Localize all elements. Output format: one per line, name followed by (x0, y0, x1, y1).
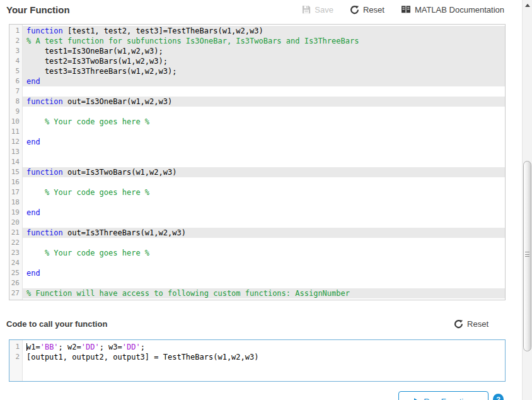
code-line[interactable]: 11 (9, 127, 505, 137)
code-text (23, 362, 505, 372)
code-line[interactable]: 21function out=Is3ThreeBars(w1,w2,w3) (9, 228, 505, 238)
code-line[interactable]: 16 (9, 177, 505, 187)
line-number: 14 (9, 157, 23, 167)
line-number: 5 (9, 66, 23, 76)
code-line[interactable]: 22 (9, 238, 505, 248)
code-line[interactable]: 19end (9, 208, 505, 218)
code-line[interactable]: 25end (9, 268, 505, 278)
page-scrollbar[interactable] (522, 0, 532, 400)
help-icon[interactable]: ? (493, 394, 504, 400)
code-line[interactable]: 3 test1=Is3OneBar(w1,w2,w3); (9, 46, 505, 56)
call-code-editor[interactable]: 1w1='BB'; w2='DD'; w3='DD';2[output1, ou… (9, 339, 506, 382)
code-text: % Your code goes here % (23, 187, 505, 197)
call-reset-button[interactable]: Reset (454, 319, 489, 329)
reset-button-label: Reset (363, 5, 385, 15)
code-line[interactable]: 6end (9, 76, 505, 86)
code-text (23, 147, 505, 157)
code-line[interactable]: 14 (9, 157, 505, 167)
code-line[interactable]: 9 (9, 107, 505, 117)
code-text (23, 238, 505, 248)
code-text: [output1, output2, output3] = TestTheBar… (23, 352, 505, 362)
page-title: Your Function (6, 4, 70, 15)
code-text: % Your code goes here % (23, 117, 505, 127)
code-line[interactable]: 17 % Your code goes here % (9, 187, 505, 197)
code-text: test2=Is3TwoBars(w1,w2,w3); (23, 56, 505, 66)
line-number: 8 (9, 97, 23, 107)
scrollbar-up-arrow-icon[interactable] (523, 0, 532, 10)
code-line[interactable]: 1w1='BB'; w2='DD'; w3='DD'; (9, 342, 505, 352)
code-text (23, 107, 505, 117)
code-text: end (23, 137, 505, 147)
line-number: 1 (9, 26, 23, 36)
line-number: 10 (9, 117, 23, 127)
code-line[interactable] (9, 372, 505, 382)
line-number: 9 (9, 107, 23, 117)
line-number: 26 (9, 278, 23, 288)
code-line[interactable]: 8function out=Is3OneBar(w1,w2,w3) (9, 97, 505, 107)
line-number: 24 (9, 258, 23, 268)
save-button[interactable]: Save (302, 5, 333, 15)
code-line[interactable]: 5 test3=Is3ThreeBars(w1,w2,w3); (9, 66, 505, 76)
line-number: 2 (9, 352, 23, 362)
call-reset-label: Reset (467, 319, 489, 329)
code-text: end (23, 76, 505, 86)
line-number: 7 (9, 86, 23, 97)
reset-icon (454, 319, 463, 329)
code-text (23, 278, 505, 288)
call-section-header: Code to call your function Reset (6, 317, 489, 331)
code-text: w1='BB'; w2='DD'; w3='DD'; (23, 342, 505, 352)
line-number: 27 (9, 288, 23, 298)
code-line[interactable]: 20 (9, 218, 505, 228)
code-text (23, 177, 505, 187)
code-line[interactable]: 23 % Your code goes here % (9, 248, 505, 258)
run-function-button[interactable]: Run Function (398, 391, 489, 400)
code-text: test3=Is3ThreeBars(w1,w2,w3); (23, 66, 505, 76)
code-text (23, 197, 505, 208)
code-text (23, 86, 505, 97)
scrollbar-thumb[interactable] (523, 161, 531, 351)
line-number: 3 (9, 46, 23, 56)
line-number: 4 (9, 56, 23, 66)
code-line[interactable]: 13 (9, 147, 505, 157)
code-line[interactable]: 18 (9, 197, 505, 208)
code-line[interactable]: 15function out=Is3TwoBars(w1,w2,w3) (9, 167, 505, 177)
code-line[interactable]: 2[output1, output2, output3] = TestTheBa… (9, 352, 505, 362)
code-line[interactable]: 7 (9, 86, 505, 97)
code-text: % Function will have access to following… (23, 288, 505, 298)
line-number: 16 (9, 177, 23, 187)
matlab-documentation-button[interactable]: MATLAB Documentation (401, 5, 504, 15)
line-number (9, 372, 23, 382)
code-text (23, 218, 505, 228)
line-number: 6 (9, 76, 23, 86)
line-number: 21 (9, 228, 23, 238)
code-line[interactable]: 24 (9, 258, 505, 268)
code-line[interactable]: 4 test2=Is3TwoBars(w1,w2,w3); (9, 56, 505, 66)
line-number: 22 (9, 238, 23, 248)
code-text (23, 258, 505, 268)
line-number: 13 (9, 147, 23, 157)
save-icon (302, 5, 311, 14)
code-line[interactable]: 12end (9, 137, 505, 147)
line-number: 15 (9, 167, 23, 177)
line-number: 17 (9, 187, 23, 197)
line-number: 25 (9, 268, 23, 278)
reset-button[interactable]: Reset (350, 5, 385, 15)
code-text: end (23, 208, 505, 218)
function-editor[interactable]: 1function [test1, test2, test3]=TestTheB… (9, 24, 506, 300)
code-line[interactable]: 1function [test1, test2, test3]=TestTheB… (9, 26, 505, 36)
line-number: 23 (9, 248, 23, 258)
code-line[interactable]: 2% A test function for subfunctions Is3O… (9, 36, 505, 46)
toolbar: Save Reset (302, 5, 504, 15)
code-line[interactable] (9, 362, 505, 372)
save-button-label: Save (315, 5, 333, 15)
code-line[interactable]: 10 % Your code goes here % (9, 117, 505, 127)
code-line[interactable]: 27% Function will have access to followi… (9, 288, 505, 298)
code-text: function out=Is3OneBar(w1,w2,w3) (23, 97, 505, 107)
code-text (23, 372, 505, 382)
code-text (23, 157, 505, 167)
code-line[interactable]: 26 (9, 278, 505, 288)
code-text: % A test function for subfunctions Is3On… (23, 36, 505, 46)
matlab-documentation-label: MATLAB Documentation (415, 5, 504, 15)
call-code-editor-lines: 1w1='BB'; w2='DD'; w3='DD';2[output1, ou… (9, 342, 505, 382)
code-text: end (23, 268, 505, 278)
